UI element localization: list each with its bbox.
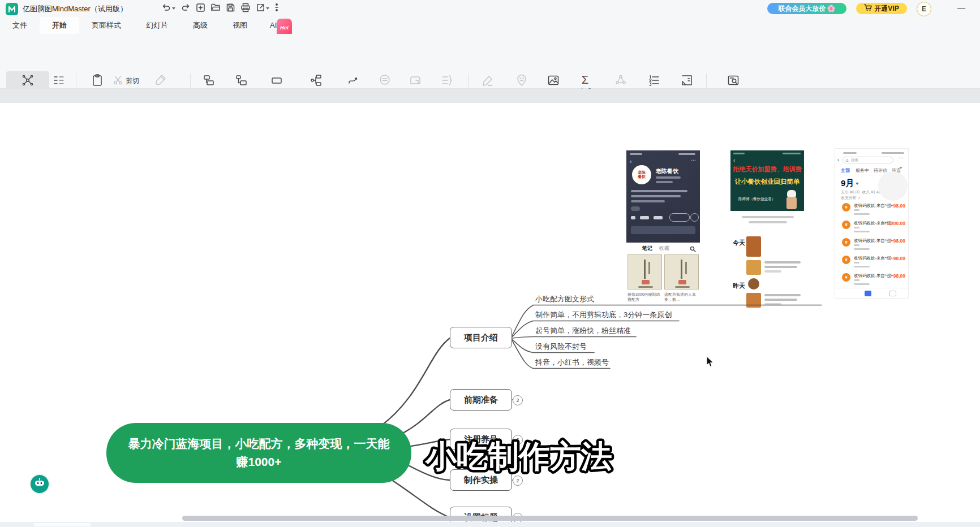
- save-button[interactable]: [226, 3, 235, 15]
- menu-ai[interactable]: AI Hot: [260, 17, 282, 34]
- search-box: 搜索: [843, 157, 893, 163]
- open-file-button[interactable]: [210, 3, 221, 14]
- scissors-icon: [113, 75, 123, 87]
- member-promo-pill[interactable]: 联合会员大放价 🌸: [767, 3, 846, 14]
- filter-tab: 服务中: [856, 167, 869, 174]
- customize-toolbar-button[interactable]: [274, 3, 279, 14]
- banner-line2: 让小餐饮创业回归简单: [730, 178, 804, 186]
- menu-slides[interactable]: 幻灯片: [134, 17, 180, 34]
- profile-action-pill: [669, 213, 690, 222]
- payment-icon: ¥: [842, 256, 850, 264]
- profile-dark-section: ‹ ⋯ 老陈餐饮 老陈餐饮: [626, 150, 700, 243]
- subtopic[interactable]: 制作简单，不用剪辑功底，3分钟一条原创: [535, 310, 672, 320]
- format-painter-icon: [154, 74, 167, 89]
- analysis-link: 收支分析 >: [841, 195, 860, 201]
- flower-emoji-icon: 🌸: [827, 5, 836, 12]
- mouse-cursor: [706, 356, 715, 369]
- robot-icon: [33, 478, 46, 490]
- today-label: 今天: [733, 239, 745, 247]
- mindmap-icon: [21, 74, 35, 89]
- menu-home[interactable]: 开始: [40, 17, 79, 34]
- topic-icon: [202, 74, 216, 89]
- numbering-icon: [647, 74, 661, 89]
- payment-icon: ¥: [842, 238, 850, 247]
- payment-icon: ¥: [842, 203, 850, 211]
- undo-caret-icon: [172, 7, 175, 10]
- redo-icon: [180, 3, 191, 14]
- app-logo-icon: [6, 3, 18, 15]
- attached-image-course-screenshot[interactable]: ‹ 拒绝天价加盟费、培训费 让小餐饮创业回归简单 陈师傅（餐饮创业者） 今天 昨…: [730, 150, 804, 299]
- window-bottom-strip: [0, 522, 980, 527]
- attached-image-profile-screenshot[interactable]: ‹ ⋯ 老陈餐饮 老陈餐饮 笔记 收藏: [626, 150, 700, 304]
- branch-node[interactable]: 前期准备: [450, 389, 512, 411]
- central-topic-text: 暴力冷门蓝海项目，小吃配方，多种变现，一天能赚1000+: [127, 435, 391, 471]
- month-selector: 9月: [841, 178, 859, 189]
- mindmaster-window: 亿图脑图MindMaster（试用版）: [0, 0, 980, 527]
- title-bar: 亿图脑图MindMaster（试用版）: [0, 0, 980, 17]
- undo-icon: [161, 3, 171, 14]
- collapse-badge[interactable]: 2: [513, 395, 523, 405]
- multiple-topics-icon: [310, 74, 323, 89]
- print-icon: [240, 3, 251, 15]
- yesterday-label: 昨天: [733, 282, 745, 290]
- branch-node[interactable]: 项目介绍: [450, 327, 512, 348]
- pencil-icon: [481, 74, 495, 89]
- quick-access-toolbar: [161, 2, 279, 15]
- subtopic-icon: [234, 74, 248, 89]
- cart-icon: [864, 4, 872, 13]
- menu-advanced[interactable]: 高级: [180, 17, 220, 34]
- find-replace-icon: [727, 74, 740, 89]
- payment-icon: ¥: [842, 273, 850, 282]
- export-icon: [256, 3, 265, 15]
- subtopic[interactable]: 起号简单，涨粉快，粉丝精准: [535, 326, 631, 336]
- formula-sigma-icon: Σ: [582, 74, 588, 86]
- redo-button[interactable]: [180, 3, 191, 14]
- profile-tabs-strip: 笔记 收藏: [626, 243, 700, 253]
- back-icon: ‹: [630, 158, 631, 165]
- export-button[interactable]: [256, 3, 269, 15]
- central-topic[interactable]: 暴力冷门蓝海项目，小吃配方，多种变现，一天能赚1000+: [106, 423, 411, 483]
- floating-topic-icon: [270, 74, 283, 89]
- open-folder-icon: [210, 3, 221, 14]
- outline-icon: [52, 74, 66, 89]
- member-promo-label: 联合会员大放价: [779, 4, 826, 14]
- avatar-letter: E: [922, 5, 926, 13]
- save-icon: [226, 3, 235, 15]
- bottom-nav-icon: [889, 291, 896, 296]
- print-button[interactable]: [240, 3, 251, 15]
- menu-file[interactable]: 文件: [0, 17, 40, 34]
- horizontal-scrollbar[interactable]: [182, 516, 918, 521]
- menu-bar: 文件 开始 页面样式 幻灯片 高级 视图 AI Hot 发布 分享: [0, 17, 980, 34]
- subtopic[interactable]: 抖音，小红书，视频号: [535, 357, 609, 368]
- more-dots-icon: ⋯: [899, 155, 904, 161]
- boundary-icon: [409, 74, 422, 89]
- subtopic[interactable]: 没有风险不封号: [535, 342, 587, 352]
- open-vip-button[interactable]: 开通VIP: [856, 3, 907, 14]
- svg-text:小吃制作方法: 小吃制作方法: [424, 439, 612, 474]
- undo-button[interactable]: [161, 3, 175, 14]
- more-dots-icon: ⋯: [691, 157, 696, 163]
- link-nodes-icon: [614, 74, 627, 89]
- minimize-button[interactable]: —: [957, 3, 965, 12]
- picture-icon: [547, 74, 560, 89]
- more-doc-icon: [680, 74, 694, 89]
- ai-assistant-button[interactable]: [29, 474, 50, 494]
- bottom-nav-icon: [865, 291, 871, 296]
- recipe-certificate-image: [627, 254, 662, 290]
- filter-tab-all: 全部: [841, 167, 850, 174]
- overlay-title-text[interactable]: 小吃制作方法: [403, 431, 641, 483]
- callout-icon: [378, 74, 392, 89]
- note-caption: 价值3000的秘制鸡翅配方: [627, 292, 662, 302]
- cut-button: 剪切: [113, 75, 139, 87]
- menu-page-style[interactable]: 页面样式: [79, 17, 134, 34]
- new-file-button[interactable]: [196, 3, 205, 15]
- attached-image-payments-screenshot[interactable]: ‹ 搜索 ⋯ 全部 服务中 待评价 筛选 9月 支出 ¥0.00 收入 ¥1,4…: [835, 148, 909, 299]
- recipe-certificate-image: [664, 254, 699, 290]
- ai-label: AI: [270, 17, 277, 34]
- export-caret-icon: [266, 7, 269, 10]
- payment-icon: ¥: [842, 221, 850, 229]
- profile-name: 老陈餐饮: [656, 167, 678, 175]
- menu-view[interactable]: 视图: [220, 17, 260, 34]
- subtopic[interactable]: 小吃配方图文形式: [535, 294, 594, 304]
- user-avatar[interactable]: E: [917, 2, 931, 16]
